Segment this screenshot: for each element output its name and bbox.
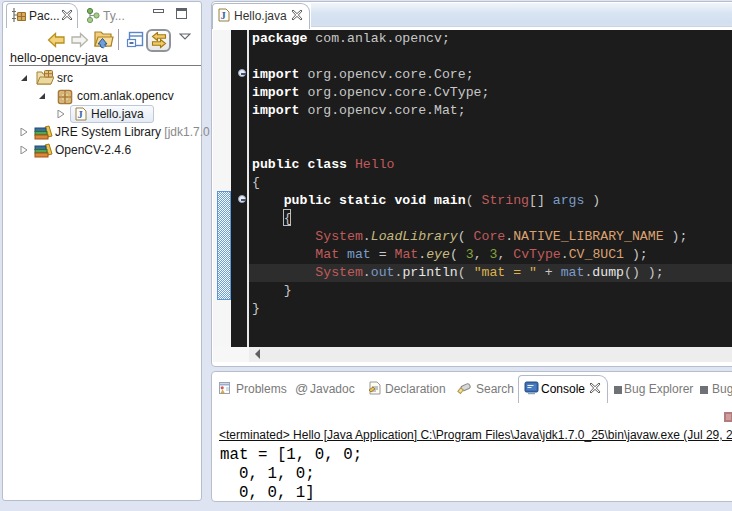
svg-text:J: J — [78, 109, 83, 120]
svg-text:J: J — [221, 10, 226, 21]
